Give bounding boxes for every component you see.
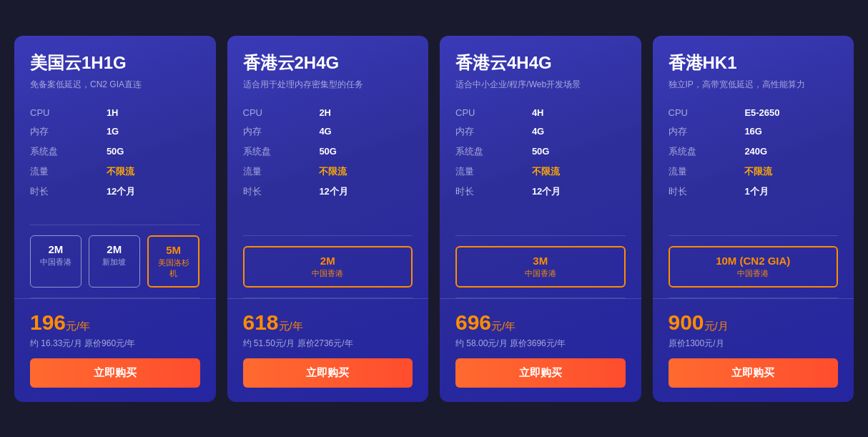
spec-row: CPU2H: [243, 104, 413, 122]
spec-row: 系统盘50G: [455, 142, 626, 162]
bandwidth-option[interactable]: 2M新加坡: [89, 235, 140, 288]
card-footer-hk-4h4g: 696元/年约 58.00元/月 原价3696元/年立即购买: [440, 298, 641, 402]
card-body-us-1h1g: 美国云1H1G免备案低延迟，CN2 GIA直连CPU1H内存1G系统盘50G流量…: [14, 36, 216, 225]
spec-value: 16G: [744, 122, 838, 142]
bandwidth-option[interactable]: 2M中国香港: [30, 235, 82, 288]
spec-row: 内存4G: [455, 122, 626, 142]
bandwidth-speed: 10M (CN2 GIA): [679, 255, 829, 267]
bandwidth-option[interactable]: 2M中国香港: [243, 246, 413, 288]
price-row: 696元/年: [455, 310, 626, 335]
price-row: 618元/年: [243, 310, 413, 335]
spec-value: 240G: [744, 142, 838, 162]
cards-container: 美国云1H1G免备案低延迟，CN2 GIA直连CPU1H内存1G系统盘50G流量…: [14, 36, 854, 402]
spec-row: 系统盘50G: [243, 142, 413, 162]
card-subtitle-hk-4h4g: 适合中小企业/程序/Web开发场景: [455, 79, 626, 91]
spec-table-hk-2h4g: CPU2H内存4G系统盘50G流量不限流时长12个月: [243, 104, 413, 202]
spec-label: 内存: [243, 122, 320, 142]
spec-row: 系统盘240G: [669, 142, 839, 162]
bandwidth-location: 中国香港: [253, 268, 403, 279]
buy-button-hk-4h4g[interactable]: 立即购买: [455, 358, 626, 388]
spec-value: 不限流: [744, 162, 838, 182]
card-body-hk-4h4g: 香港云4H4G适合中小企业/程序/Web开发场景CPU4H内存4G系统盘50G流…: [440, 36, 641, 235]
spec-row: CPU1H: [30, 104, 200, 122]
card-body-hk-hk1: 香港HK1独立IP，高带宽低延迟，高性能算力CPUE5-2650内存16G系统盘…: [653, 36, 854, 235]
bandwidth-section-hk-2h4g: 2M中国香港: [243, 246, 413, 288]
price-main: 696: [455, 310, 491, 334]
bandwidth-section-us-1h1g: 2M中国香港2M新加坡5M美国洛杉机: [30, 235, 200, 288]
price-main: 900: [669, 310, 704, 334]
card-title-us-1h1g: 美国云1H1G: [30, 51, 200, 74]
card-subtitle-us-1h1g: 免备案低延迟，CN2 GIA直连: [30, 79, 200, 91]
bandwidth-speed: 2M: [253, 255, 403, 267]
spec-label: 流量: [30, 162, 107, 182]
card-footer-hk-hk1: 900元/月原价1300元/月立即购买: [653, 298, 854, 402]
card-title-hk-4h4g: 香港云4H4G: [455, 51, 626, 74]
spec-value: 4G: [319, 122, 413, 142]
spec-label: 系统盘: [455, 142, 532, 162]
spec-value: 1个月: [744, 182, 838, 202]
spec-label: CPU: [243, 104, 320, 122]
spec-value: 12个月: [107, 182, 200, 202]
bandwidth-location: 中国香港: [39, 257, 72, 267]
price-sub: 约 58.00元/月 原价3696元/年: [455, 338, 626, 350]
card-subtitle-hk-2h4g: 适合用于处理内存密集型的任务: [243, 79, 413, 91]
price-main: 618: [243, 310, 279, 334]
spec-row: 系统盘50G: [30, 142, 200, 162]
spec-row: 时长12个月: [243, 182, 413, 202]
bandwidth-location: 美国洛杉机: [157, 257, 190, 279]
bandwidth-option[interactable]: 5M美国洛杉机: [147, 235, 200, 288]
spec-label: 时长: [243, 182, 320, 202]
spec-label: 流量: [669, 162, 745, 182]
spec-label: 系统盘: [243, 142, 320, 162]
card-subtitle-hk-hk1: 独立IP，高带宽低延迟，高性能算力: [669, 79, 839, 91]
spec-row: 流量不限流: [30, 162, 200, 182]
bandwidth-speed: 2M: [39, 243, 72, 255]
spec-label: 内存: [30, 122, 107, 142]
spec-label: 系统盘: [30, 142, 107, 162]
buy-button-hk-2h4g[interactable]: 立即购买: [243, 358, 413, 388]
price-unit: 元/年: [66, 320, 90, 332]
spec-table-us-1h1g: CPU1H内存1G系统盘50G流量不限流时长12个月: [30, 104, 200, 202]
spec-label: CPU: [669, 104, 745, 122]
divider-top: [243, 235, 413, 236]
bandwidth-option[interactable]: 10M (CN2 GIA)中国香港: [669, 246, 839, 288]
price-sub: 原价1300元/月: [669, 338, 839, 350]
divider-top: [455, 235, 626, 236]
card-title-hk-hk1: 香港HK1: [669, 51, 839, 74]
spec-label: CPU: [455, 104, 532, 122]
spec-value: E5-2650: [744, 104, 838, 122]
spec-row: 时长12个月: [30, 182, 200, 202]
spec-value: 12个月: [319, 182, 413, 202]
spec-row: CPU4H: [455, 104, 626, 122]
spec-label: 内存: [455, 122, 532, 142]
buy-button-hk-hk1[interactable]: 立即购买: [669, 358, 839, 388]
spec-row: 内存4G: [243, 122, 413, 142]
spec-row: 流量不限流: [455, 162, 626, 182]
bandwidth-option[interactable]: 3M中国香港: [455, 246, 626, 288]
spec-label: 内存: [669, 122, 745, 142]
divider-top: [30, 225, 200, 225]
bandwidth-speed: 3M: [465, 255, 616, 267]
spec-table-hk-4h4g: CPU4H内存4G系统盘50G流量不限流时长12个月: [455, 104, 626, 202]
spec-label: 系统盘: [669, 142, 745, 162]
buy-button-us-1h1g[interactable]: 立即购买: [30, 358, 200, 388]
spec-value: 4H: [532, 104, 626, 122]
spec-label: 时长: [455, 182, 532, 202]
card-title-hk-2h4g: 香港云2H4G: [243, 51, 413, 74]
price-unit: 元/年: [279, 320, 303, 332]
price-unit: 元/年: [491, 320, 516, 332]
spec-value: 2H: [319, 104, 413, 122]
bandwidth-location: 中国香港: [679, 268, 829, 279]
price-sub: 约 51.50元/月 原价2736元/年: [243, 338, 413, 350]
bandwidth-speed: 5M: [157, 244, 190, 256]
spec-label: 时长: [669, 182, 745, 202]
bandwidth-section-hk-4h4g: 3M中国香港: [455, 246, 626, 288]
spec-value: 1H: [107, 104, 200, 122]
spec-row: 流量不限流: [669, 162, 839, 182]
spec-table-hk-hk1: CPUE5-2650内存16G系统盘240G流量不限流时长1个月: [669, 104, 839, 202]
card-hk-2h4g: 香港云2H4G适合用于处理内存密集型的任务CPU2H内存4G系统盘50G流量不限…: [227, 36, 429, 402]
card-body-hk-2h4g: 香港云2H4G适合用于处理内存密集型的任务CPU2H内存4G系统盘50G流量不限…: [227, 36, 429, 235]
spec-row: 内存16G: [669, 122, 839, 142]
spec-label: CPU: [30, 104, 107, 122]
bandwidth-location: 新加坡: [98, 257, 131, 267]
